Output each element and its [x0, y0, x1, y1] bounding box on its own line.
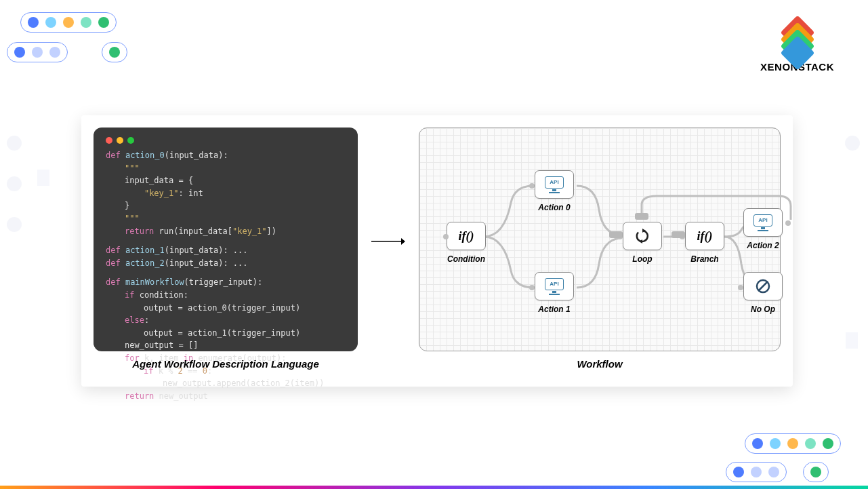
- decor-shape: [37, 170, 49, 186]
- node-condition: if() Condition: [447, 222, 486, 264]
- code-line: else:: [106, 314, 346, 327]
- node-branch: if() Branch: [685, 222, 724, 264]
- stack-icon: [779, 20, 817, 58]
- code-line: output = action_0(trigger_input): [106, 302, 346, 315]
- decor-shape: [7, 136, 22, 151]
- api-icon: API: [535, 272, 574, 300]
- noop-icon: [743, 272, 783, 300]
- svg-marker-1: [401, 238, 405, 245]
- close-icon: [106, 137, 112, 144]
- code-line: new_output = []: [106, 339, 346, 352]
- code-line: if condition:: [106, 289, 346, 302]
- main-card: def action_0(input_data): """ input_data…: [81, 115, 793, 387]
- code-line: "key_1": int: [106, 187, 346, 200]
- decor-shape: [7, 217, 22, 232]
- code-line: }: [106, 199, 346, 212]
- code-line: return run(input_data["key_1"]): [106, 225, 346, 238]
- code-line: def mainWorkflow(trigger_input):: [106, 276, 346, 289]
- connector: [609, 231, 623, 238]
- node-loop: Loop: [623, 222, 662, 264]
- code-window: def action_0(input_data): """ input_data…: [94, 128, 358, 351]
- code-line: """: [106, 212, 346, 225]
- decor-pill: [745, 433, 841, 454]
- connector: [443, 234, 449, 239]
- node-noop: No Op: [743, 272, 783, 314]
- window-controls: [106, 137, 346, 144]
- decor-pill: [726, 462, 787, 482]
- code-line: def action_1(input_data): ...: [106, 244, 346, 257]
- maximize-icon: [127, 137, 134, 144]
- decor-shape: [7, 176, 22, 191]
- loop-icon: [623, 222, 662, 250]
- connector: [785, 220, 791, 226]
- decor-pill: [20, 12, 117, 33]
- caption-right: Workflow: [419, 358, 781, 370]
- svg-line-5: [758, 281, 768, 291]
- workflow-panel: if() Condition API Action 0 API Action 1: [419, 128, 781, 374]
- decor-shape: [846, 332, 858, 349]
- node-action0: API Action 0: [535, 170, 574, 212]
- code-line: def action_2(input_data): ...: [106, 257, 346, 270]
- decor-shape: [845, 136, 860, 151]
- api-icon: API: [743, 208, 783, 237]
- code-line: """: [106, 162, 346, 175]
- code-line: return new_output: [106, 390, 346, 403]
- code-line: input_data = {: [106, 174, 346, 187]
- decor-pill: [102, 42, 127, 62]
- code-line: new_output.append(action_2(item)): [106, 377, 346, 390]
- decor-pill: [803, 462, 829, 482]
- arrow-icon: [371, 236, 405, 374]
- connector: [738, 285, 743, 290]
- workflow-canvas: if() Condition API Action 0 API Action 1: [419, 128, 781, 351]
- brand-logo: XENONSTACK: [760, 20, 834, 73]
- caption-left: Agent Workflow Description Language: [94, 358, 358, 370]
- connector: [529, 285, 535, 290]
- code-line: output = action_1(trigger_input): [106, 327, 346, 340]
- branch-icon: if(): [685, 222, 724, 250]
- connector: [671, 231, 685, 238]
- decor-pill: [7, 42, 68, 62]
- api-icon: API: [535, 170, 574, 199]
- code-panel: def action_0(input_data): """ input_data…: [94, 128, 358, 374]
- node-action1: API Action 1: [535, 272, 574, 314]
- connector: [635, 213, 648, 220]
- code-line: def action_0(input_data):: [106, 149, 346, 162]
- condition-icon: if(): [447, 222, 486, 250]
- minimize-icon: [117, 137, 123, 144]
- decor-stripe: [0, 486, 868, 489]
- connector: [529, 183, 535, 189]
- node-action2: API Action 2: [743, 208, 783, 250]
